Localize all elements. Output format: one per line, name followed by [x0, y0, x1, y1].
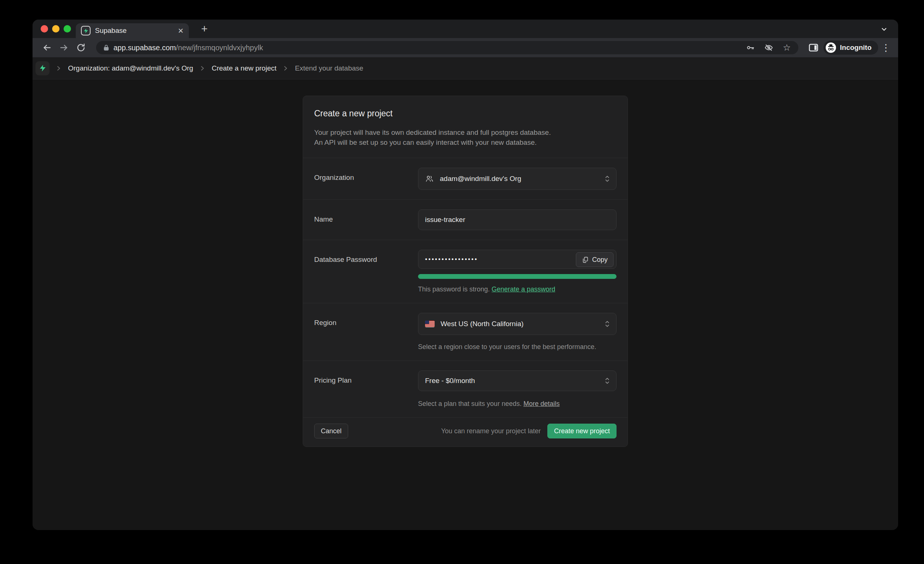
- page-title: Create a new project: [314, 109, 616, 118]
- copy-button-label: Copy: [592, 256, 608, 264]
- password-input[interactable]: •••••••••••••••• Copy: [418, 250, 616, 269]
- tab-strip: Supabase ✕ +: [33, 19, 898, 38]
- organization-row: Organization adam@windmill.dev's Org: [303, 158, 628, 199]
- incognito-badge: Incognito: [824, 40, 878, 55]
- pricing-value: Free - $0/month: [425, 377, 598, 385]
- password-row: Database Password •••••••••••••••• Copy …: [303, 240, 628, 303]
- browser-menu-icon[interactable]: ⋮: [881, 42, 891, 54]
- browser-toolbar: app.supabase.com/new/jfnsmqoynldvxjyhpyl…: [33, 38, 898, 57]
- eye-off-icon[interactable]: [764, 43, 773, 52]
- password-key-icon[interactable]: [746, 43, 755, 52]
- organization-value: adam@windmill.dev's Org: [440, 175, 598, 183]
- name-value: issue-tracker: [425, 216, 465, 224]
- organization-select[interactable]: adam@windmill.dev's Org: [418, 168, 616, 190]
- password-strength-text: This password is strong.: [418, 286, 492, 293]
- select-chevrons-icon: [604, 175, 610, 183]
- incognito-spy-icon: [825, 42, 836, 53]
- browser-window: Supabase ✕ + app.supabase.com/new/jfnsmq…: [33, 19, 898, 530]
- description-line-1: Your project will have its own dedicated…: [314, 127, 616, 138]
- users-icon: [425, 174, 434, 183]
- back-button[interactable]: [40, 40, 54, 55]
- bookmark-star-icon[interactable]: ☆: [783, 43, 791, 52]
- browser-tab-supabase[interactable]: Supabase ✕: [76, 23, 189, 38]
- select-chevrons-icon: [604, 320, 610, 328]
- tab-close-icon[interactable]: ✕: [178, 27, 184, 34]
- window-controls: [40, 25, 71, 33]
- breadcrumb-item-create-project[interactable]: Create a new project: [212, 64, 276, 72]
- page-content: Create a new project Your project will h…: [33, 96, 898, 530]
- breadcrumb: Organization: adam@windmill.dev's Org Cr…: [33, 57, 898, 79]
- us-flag-icon: [425, 320, 435, 327]
- generate-password-link[interactable]: Generate a password: [492, 286, 555, 293]
- maximize-window-button[interactable]: [64, 25, 71, 33]
- close-window-button[interactable]: [40, 25, 48, 33]
- select-chevrons-icon: [604, 377, 610, 385]
- url-text: app.supabase.com/new/jfnsmqoynldvxjyhpyl…: [114, 43, 742, 52]
- region-helper: Select a region close to your users for …: [418, 343, 616, 351]
- supabase-logo[interactable]: [36, 61, 50, 75]
- new-tab-button[interactable]: +: [198, 22, 211, 35]
- region-value: West US (North California): [441, 320, 598, 328]
- rename-note: You can rename your project later: [441, 427, 541, 435]
- pricing-label: Pricing Plan: [314, 371, 418, 384]
- pricing-helper-text: Select a plan that suits your needs.: [418, 400, 524, 407]
- name-input[interactable]: issue-tracker: [418, 209, 616, 230]
- pricing-select[interactable]: Free - $0/month: [418, 371, 616, 391]
- tab-search-chevron-icon[interactable]: [880, 25, 888, 34]
- lock-icon: [103, 44, 110, 51]
- url-host: app.supabase.com: [114, 43, 176, 52]
- name-row: Name issue-tracker: [303, 200, 628, 240]
- card-description: Your project will have its own dedicated…: [314, 127, 616, 147]
- password-masked-value: ••••••••••••••••: [425, 256, 478, 263]
- url-bar[interactable]: app.supabase.com/new/jfnsmqoynldvxjyhpyl…: [96, 41, 798, 54]
- cancel-button[interactable]: Cancel: [314, 423, 348, 438]
- pricing-row: Pricing Plan Free - $0/month Select a pl…: [303, 361, 628, 417]
- url-bar-actions: ☆: [746, 43, 791, 52]
- more-details-link[interactable]: More details: [524, 400, 560, 407]
- breadcrumb-item-organization[interactable]: Organization: adam@windmill.dev's Org: [68, 64, 193, 72]
- reload-button[interactable]: [74, 40, 88, 55]
- chevron-right-icon: [199, 65, 206, 72]
- side-panel-icon[interactable]: [807, 40, 820, 55]
- create-project-card: Create a new project Your project will h…: [303, 96, 628, 447]
- password-strength-bar: [418, 274, 616, 279]
- description-line-2: An API will be set up so you can easily …: [314, 138, 616, 147]
- region-select[interactable]: West US (North California): [418, 313, 616, 335]
- card-footer: Cancel You can rename your project later…: [303, 418, 628, 447]
- region-label: Region: [314, 313, 418, 327]
- pricing-helper: Select a plan that suits your needs. Mor…: [418, 400, 616, 408]
- name-label: Name: [314, 209, 418, 223]
- card-header: Create a new project Your project will h…: [303, 96, 628, 158]
- password-helper: This password is strong. Generate a pass…: [418, 286, 616, 293]
- create-new-project-button[interactable]: Create new project: [548, 423, 616, 438]
- footer-right: You can rename your project later Create…: [441, 423, 616, 438]
- tab-title: Supabase: [95, 27, 173, 35]
- copy-password-button[interactable]: Copy: [576, 252, 614, 267]
- organization-label: Organization: [314, 168, 418, 182]
- supabase-favicon-icon: [81, 26, 90, 36]
- breadcrumb-item-extend-database: Extend your database: [295, 64, 363, 72]
- forward-button[interactable]: [57, 40, 71, 55]
- chevron-right-icon: [282, 65, 289, 72]
- url-path: /new/jfnsmqoynldvxjyhpylk: [176, 43, 263, 52]
- chevron-right-icon: [56, 65, 62, 72]
- password-label: Database Password: [314, 250, 418, 264]
- region-row: Region West US (North California) Select…: [303, 303, 628, 361]
- minimize-window-button[interactable]: [52, 25, 60, 33]
- incognito-label: Incognito: [840, 43, 872, 52]
